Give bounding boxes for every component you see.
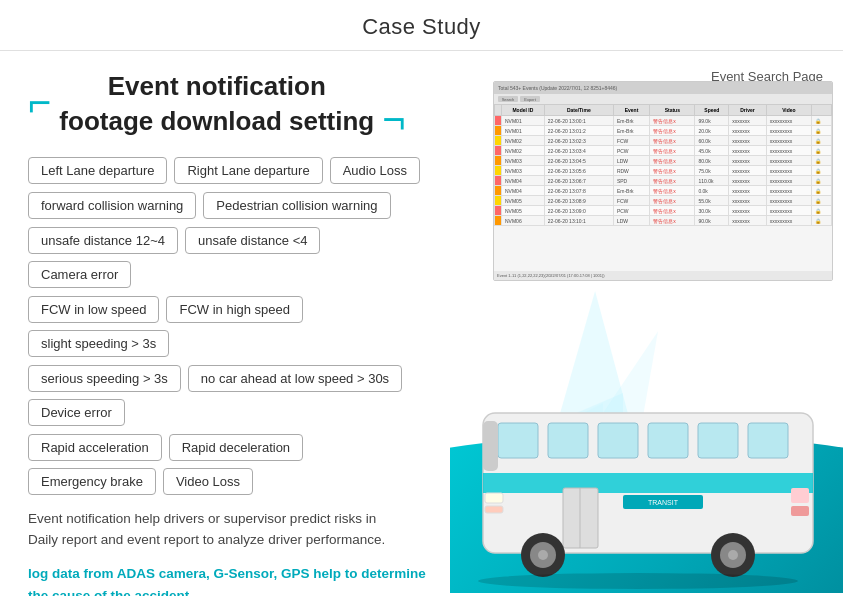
tag-fcw-high[interactable]: FCW in high speed [166,296,303,323]
mock-toolbar: Search Export [494,94,832,104]
svg-rect-20 [485,493,503,503]
svg-point-26 [478,573,798,589]
svg-rect-10 [748,423,788,458]
mock-header-bar: Total 543+ Events (Update 2022/7/01, 12 … [494,82,832,94]
svg-rect-9 [698,423,738,458]
tags-row-6: Rapid acceleration Rapid deceleration Em… [28,434,428,495]
event-search-screenshot: Total 543+ Events (Update 2022/7/01, 12 … [493,81,833,281]
table-row: NVM0422-06-20 13:06:7SPD警告信息x110.0kxxxxx… [495,176,832,186]
svg-rect-11 [483,421,498,471]
section-title-wrap: ⌐ Event notification footage download se… [28,69,428,139]
highlight-text: log data from ADAS camera, G-Sensor, GPS… [28,563,428,596]
tag-slight-speeding[interactable]: slight speeding > 3s [28,330,169,357]
tags-row-4: FCW in low speed FCW in high speed sligh… [28,296,428,357]
tag-right-lane[interactable]: Right Lane departure [174,157,322,184]
table-row: NVM0622-06-20 13:10:1LDW警告信息x90.0kxxxxxx… [495,216,832,226]
bracket-right-icon: ¬ [382,99,405,139]
tag-device-error[interactable]: Device error [28,399,125,426]
tags-row-1: Left Lane departure Right Lane departure… [28,157,428,184]
mock-search-btn[interactable]: Search [498,96,518,102]
tag-rapid-accel[interactable]: Rapid acceleration [28,434,162,461]
tag-emergency-brake[interactable]: Emergency brake [28,468,156,495]
tag-video-loss[interactable]: Video Loss [163,468,253,495]
svg-rect-21 [485,506,503,513]
tag-no-car-ahead[interactable]: no car ahead at low speed > 30s [188,365,402,392]
table-row: NVM0522-06-20 13:08:9FCW警告信息x55.0kxxxxxx… [495,196,832,206]
bus-illustration: TRANSIT [423,333,843,593]
description: Event notification help drivers or super… [28,509,428,551]
mock-events-table: Model IDDate/TimeEventStatus SpeedDriver… [494,104,832,226]
tag-pcw[interactable]: Pedestrian collision warning [203,192,390,219]
svg-rect-7 [598,423,638,458]
tag-serious-speeding[interactable]: serious speeding > 3s [28,365,181,392]
tag-fcw-low[interactable]: FCW in low speed [28,296,159,323]
tag-rapid-decel[interactable]: Rapid deceleration [169,434,303,461]
right-panel: Event Search Page Total 543+ Events (Upd… [450,51,843,593]
table-row: NVM0122-06-20 13:01:2Em-Brk警告信息x20.0kxxx… [495,126,832,136]
tags-row-3: unsafe distance 12~4 unsafe distance <4 … [28,227,428,288]
tag-fcw[interactable]: forward collision warning [28,192,196,219]
svg-text:TRANSIT: TRANSIT [648,499,679,506]
table-row: NVM0122-06-20 13:00:1Em-Brk警告信息x99.0kxxx… [495,116,832,126]
left-panel: ⌐ Event notification footage download se… [0,51,450,593]
tag-left-lane[interactable]: Left Lane departure [28,157,167,184]
svg-rect-5 [498,423,538,458]
tag-unsafe-4[interactable]: unsafe distance <4 [185,227,321,254]
svg-rect-23 [791,506,809,516]
bracket-left-icon: ⌐ [28,82,51,122]
main-content: ⌐ Event notification footage download se… [0,51,843,593]
table-row: NVM0222-06-20 13:03:4PCW警告信息x45.0kxxxxxx… [495,146,832,156]
tags-container: Left Lane departure Right Lane departure… [28,157,428,495]
mock-export-btn[interactable]: Export [520,96,540,102]
svg-rect-8 [648,423,688,458]
svg-point-16 [538,550,548,560]
page-title: Case Study [362,14,481,39]
svg-rect-6 [548,423,588,458]
tag-camera-error[interactable]: Camera error [28,261,131,288]
tags-row-5: serious speeding > 3s no car ahead at lo… [28,365,428,426]
tag-unsafe-12-4[interactable]: unsafe distance 12~4 [28,227,178,254]
table-row: NVM0222-06-20 13:02:3FCW警告信息x60.0kxxxxxx… [495,136,832,146]
tags-row-2: forward collision warning Pedestrian col… [28,192,428,219]
svg-rect-22 [791,488,809,503]
table-row: NVM0322-06-20 13:04:5LDW警告信息x80.0kxxxxxx… [495,156,832,166]
tag-audio-loss[interactable]: Audio Loss [330,157,420,184]
table-row: NVM0322-06-20 13:05:6RDW警告信息x75.0kxxxxxx… [495,166,832,176]
svg-rect-4 [483,473,813,493]
table-row: NVM0422-06-20 13:07:8Em-Brk警告信息x0.0kxxxx… [495,186,832,196]
table-row: NVM0522-06-20 13:09:0PCW警告信息x30.0kxxxxxx… [495,206,832,216]
page-header: Case Study [0,0,843,51]
section-title: Event notification footage download sett… [59,69,374,139]
svg-point-19 [728,550,738,560]
